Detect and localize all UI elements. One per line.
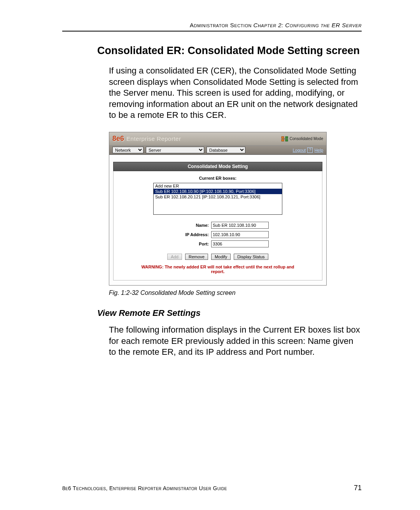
- mode-label: Consolidated Mode: [290, 137, 323, 141]
- consolidated-mode-icon: [281, 136, 288, 142]
- brand-name: Enterprise Reporter: [126, 135, 181, 142]
- modify-button[interactable]: Modify: [211, 254, 231, 260]
- remove-button[interactable]: Remove: [185, 254, 208, 260]
- app-brand: 8e6 Enterprise Reporter: [112, 135, 181, 143]
- help-link[interactable]: Help: [314, 148, 323, 152]
- ip-field[interactable]: [211, 231, 269, 238]
- svg-rect-0: [282, 137, 284, 138]
- app-menubar: Network Server Database Logout ? Help: [109, 146, 326, 155]
- screenshot-figure: 8e6 Enterprise Reporter Consolidated Mo: [109, 132, 327, 286]
- logout-link[interactable]: Logout: [293, 148, 306, 152]
- panel-title: Consolidated Mode Setting: [113, 162, 322, 171]
- intro-paragraph: If using a consolidated ER (CER), the Co…: [109, 65, 362, 121]
- name-label: Name:: [165, 223, 209, 228]
- page-footer: 8e6 Technologies, Enterprise Reporter Ad…: [62, 484, 362, 492]
- ip-label: IP Address:: [165, 232, 209, 237]
- display-status-button[interactable]: Display Status: [234, 254, 268, 260]
- header-rule: [62, 31, 362, 32]
- listbox-heading: Current ER boxes:: [136, 176, 299, 181]
- button-row: Add Remove Modify Display Status: [136, 254, 299, 260]
- add-button[interactable]: Add: [167, 254, 182, 260]
- section-title: Consolidated ER: Consolidated Mode Setti…: [97, 45, 362, 57]
- app-titlebar: 8e6 Enterprise Reporter Consolidated Mo: [109, 132, 326, 146]
- svg-rect-3: [285, 139, 288, 141]
- menu-network-select[interactable]: Network: [112, 147, 144, 153]
- warning-text: WARNING: The newly added ER will not tak…: [136, 265, 299, 274]
- port-label: Port:: [165, 242, 209, 246]
- svg-rect-1: [282, 139, 284, 141]
- figure-caption: Fig. 1:2-32 Consolidated Mode Setting sc…: [109, 289, 327, 296]
- subsection-title: View Remote ER Settings: [97, 308, 362, 318]
- er-listbox[interactable]: Add new ER Sub ER 102.108.10.90 [IP:102.…: [153, 183, 282, 215]
- menu-server-select[interactable]: Server: [146, 147, 204, 153]
- footer-page-number: 71: [354, 484, 362, 492]
- running-header-section: Administrator Section: [190, 22, 254, 28]
- brand-prefix: 8e6: [112, 135, 124, 143]
- name-field[interactable]: [211, 222, 269, 229]
- panel-body: Current ER boxes: Add new ER Sub ER 102.…: [113, 171, 322, 280]
- svg-rect-2: [285, 137, 288, 138]
- running-header: Administrator Section Chapter 2: Configu…: [62, 22, 362, 28]
- subsection-paragraph: The following information displays in th…: [109, 324, 362, 358]
- list-item[interactable]: Add new ER: [154, 183, 282, 189]
- list-item[interactable]: Sub ER 102.108.20.121 [IP:102.108.20.121…: [154, 194, 282, 200]
- help-icon[interactable]: ?: [307, 147, 313, 153]
- list-item[interactable]: Sub ER 102.108.10.90 [IP:102.108.10.90, …: [154, 189, 282, 194]
- footer-guide: 8e6 Technologies, Enterprise Reporter Ad…: [62, 485, 227, 491]
- running-header-chapter: Chapter 2: Configuring the ER Server: [254, 22, 362, 28]
- mode-indicator: Consolidated Mode: [281, 136, 323, 142]
- port-field[interactable]: [211, 240, 269, 247]
- menu-database-select[interactable]: Database: [206, 147, 245, 153]
- panel-area: Consolidated Mode Setting Current ER box…: [109, 155, 326, 285]
